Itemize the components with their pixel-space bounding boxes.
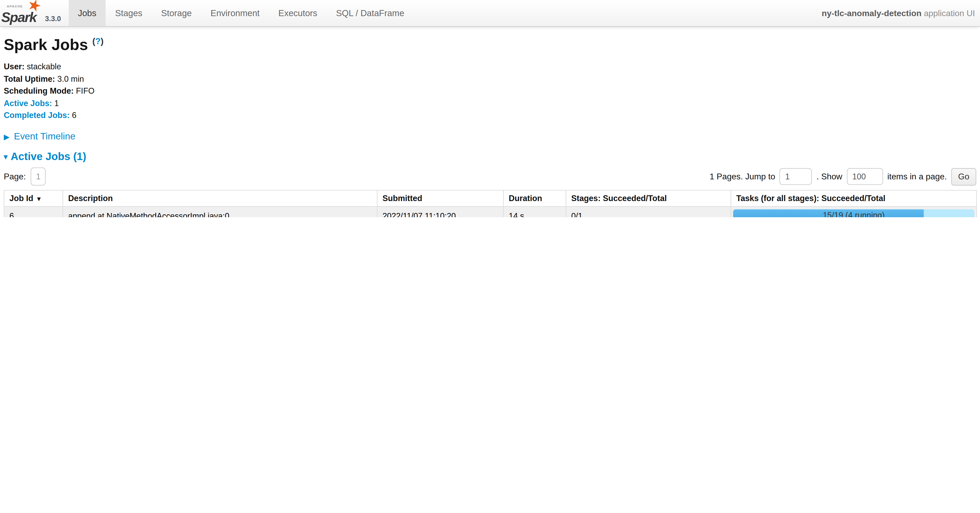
jump-to-input[interactable] — [780, 168, 812, 185]
spark-jobs-page: APACHE Spark ★ 3.3.0 Jobs Stages Storage… — [0, 0, 980, 217]
collapse-closed-icon: ▶ — [4, 133, 10, 141]
show-count-input[interactable] — [846, 168, 883, 185]
stages-cell: 0/1 — [566, 206, 731, 217]
completed-jobs-link[interactable]: Completed Jobs: — [4, 111, 70, 120]
job-id-cell: 6 — [4, 206, 63, 217]
col-duration[interactable]: Duration — [503, 190, 566, 206]
application-name-bold: ny-tlc-anomaly-detection — [822, 8, 921, 18]
page-number-input[interactable] — [31, 167, 46, 186]
page-label: Page: — [4, 172, 25, 181]
pages-count-text: 1 Pages. Jump to — [710, 172, 775, 181]
event-timeline-toggle[interactable]: ▶Event Timeline — [4, 131, 976, 141]
col-description[interactable]: Description — [63, 190, 377, 206]
pagination-row: Page: 1 Pages. Jump to . Show items in a… — [4, 167, 976, 186]
tasks-cell: 15/19 (4 running) — [731, 206, 977, 217]
active-jobs-section-header[interactable]: ▾Active Jobs (1) — [4, 151, 976, 163]
tab-storage[interactable]: Storage — [152, 0, 201, 26]
description-text: append at NativeMethodAccessorImpl.java:… — [68, 211, 372, 217]
application-name: ny-tlc-anomaly-detection application UI — [822, 8, 980, 18]
spark-logo[interactable]: APACHE Spark ★ — [0, 0, 43, 26]
application-ui-suffix: application UI — [921, 8, 975, 18]
tab-sql-dataframe[interactable]: SQL / DataFrame — [326, 0, 414, 26]
active-jobs-link[interactable]: Active Jobs: — [4, 98, 52, 108]
col-job-id[interactable]: Job Id▼ — [4, 190, 63, 206]
col-stages[interactable]: Stages: Succeeded/Total — [566, 190, 731, 206]
summary-active-jobs: Active Jobs: 1 — [4, 98, 976, 108]
collapse-open-icon: ▾ — [4, 152, 7, 161]
help-sup: (?) — [92, 36, 103, 46]
tab-environment[interactable]: Environment — [201, 0, 269, 26]
nav-tabs: Jobs Stages Storage Environment Executor… — [68, 0, 414, 26]
help-link[interactable]: ? — [95, 36, 100, 46]
col-tasks[interactable]: Tasks (for all stages): Succeeded/Total — [731, 190, 977, 206]
apache-label: APACHE — [7, 5, 23, 8]
page-content: Spark Jobs (?) User: stackable Total Upt… — [0, 36, 980, 217]
summary-completed-jobs: Completed Jobs: 6 — [4, 111, 976, 120]
progress-bar: 15/19 (4 running) — [733, 209, 974, 217]
tab-executors[interactable]: Executors — [269, 0, 326, 26]
spark-version: 3.3.0 — [43, 15, 68, 27]
summary-scheduling-mode: Scheduling Mode: FIFO — [4, 86, 976, 95]
tab-jobs[interactable]: Jobs — [68, 0, 106, 26]
duration-cell: 14 s — [503, 206, 566, 217]
summary-user: User: stackable — [4, 62, 976, 71]
top-navbar: APACHE Spark ★ 3.3.0 Jobs Stages Storage… — [0, 0, 980, 27]
progress-label: 15/19 (4 running) — [733, 209, 974, 217]
submitted-cell: 2022/11/07 11:10:20 — [377, 206, 503, 217]
active-jobs-table: Job Id▼ Description Submitted Duration S… — [4, 190, 977, 217]
items-text: items in a page. — [888, 172, 947, 181]
description-cell: append at NativeMethodAccessorImpl.java:… — [63, 206, 377, 217]
col-submitted[interactable]: Submitted — [377, 190, 503, 206]
job-summary-list: User: stackable Total Uptime: 3.0 min Sc… — [4, 62, 976, 120]
table-header-row: Job Id▼ Description Submitted Duration S… — [4, 190, 977, 206]
table-row: 6 append at NativeMethodAccessorImpl.jav… — [4, 206, 977, 217]
sort-desc-icon: ▼ — [36, 195, 42, 202]
summary-uptime: Total Uptime: 3.0 min — [4, 74, 976, 83]
tab-stages[interactable]: Stages — [106, 0, 152, 26]
go-button[interactable]: Go — [951, 168, 976, 185]
show-text: . Show — [816, 172, 842, 181]
page-title: Spark Jobs (?) — [4, 36, 976, 54]
